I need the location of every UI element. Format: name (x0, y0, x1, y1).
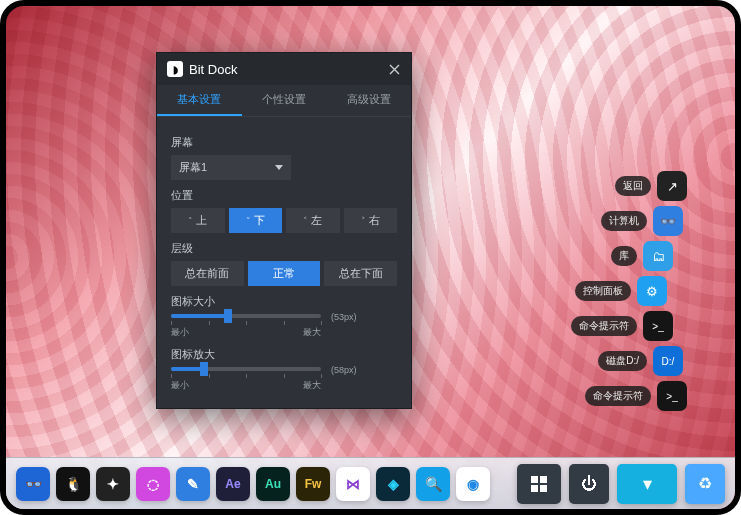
dock-app-diamond[interactable]: ◈ (376, 467, 410, 501)
window-title: Bit Dock (189, 62, 381, 77)
radial-menu: 返回↗计算机👓库🗂控制面板⚙命令提示符>_磁盘D:/D:/命令提示符>_ (585, 166, 687, 416)
icon-zoom-slider[interactable]: (58px) 最小 最大 (171, 367, 397, 392)
radial-label: 命令提示符 (571, 316, 637, 336)
icon-zoom-min: 最小 (171, 379, 189, 392)
dock-app-1[interactable]: 👓 (16, 467, 50, 501)
chevron-down-icon (275, 165, 283, 170)
tabs: 基本设置 个性设置 高级设置 (157, 85, 411, 117)
screen-dropdown[interactable]: 屏幕1 (171, 155, 291, 180)
dock-app-4[interactable]: ◌ (136, 467, 170, 501)
screen-value: 屏幕1 (179, 160, 207, 175)
dock-eye[interactable]: ◉ (456, 467, 490, 501)
pos-left[interactable]: ˂左 (286, 208, 340, 233)
dock-app-5[interactable]: ✎ (176, 467, 210, 501)
icon-size-min: 最小 (171, 326, 189, 339)
dock-app-2[interactable]: 🐧 (56, 467, 90, 501)
layer-label: 层级 (171, 241, 397, 256)
svg-rect-1 (540, 476, 547, 483)
layer-segment: 总在前面 正常 总在下面 (171, 261, 397, 286)
radial-label: 计算机 (601, 211, 647, 231)
radial-label: 控制面板 (575, 281, 631, 301)
icon-zoom-max: 最大 (303, 379, 321, 392)
dock: 👓🐧✦◌✎AeAuFw⋈◈🔍◉ ⏻▾♻ (6, 457, 735, 509)
dock-fireworks[interactable]: Fw (296, 467, 330, 501)
chevron-up-icon: ˄ (188, 216, 193, 226)
dock-show-desktop[interactable]: ▾ (617, 464, 677, 504)
settings-window: ◗ Bit Dock 基本设置 个性设置 高级设置 屏幕 屏幕1 位置 ˄上 ˅… (156, 52, 412, 409)
icon-zoom-label: 图标放大 (171, 347, 397, 362)
icon-size-slider[interactable]: (53px) 最小 最大 (171, 314, 397, 339)
app-logo-icon: ◗ (167, 61, 183, 77)
radial-item-5[interactable]: 磁盘D:/D:/ (581, 346, 683, 376)
position-segment: ˄上 ˅下 ˂左 ˃右 (171, 208, 397, 233)
pos-up[interactable]: ˄上 (171, 208, 225, 233)
term-icon: >_ (643, 311, 673, 341)
term-icon: >_ (657, 381, 687, 411)
radial-item-2[interactable]: 库🗂 (571, 241, 673, 271)
pos-down[interactable]: ˅下 (229, 208, 283, 233)
dock-app-3[interactable]: ✦ (96, 467, 130, 501)
tab-personal[interactable]: 个性设置 (242, 85, 327, 116)
share-icon: ↗ (657, 171, 687, 201)
tab-advanced[interactable]: 高级设置 (326, 85, 411, 116)
radial-label: 返回 (615, 176, 651, 196)
icon-zoom-value: (58px) (331, 365, 357, 375)
layer-front[interactable]: 总在前面 (171, 261, 244, 286)
radial-item-1[interactable]: 计算机👓 (581, 206, 683, 236)
d-icon: D:/ (653, 346, 683, 376)
glasses-icon: 👓 (653, 206, 683, 236)
dock-audition[interactable]: Au (256, 467, 290, 501)
pos-right[interactable]: ˃右 (344, 208, 398, 233)
gear-icon: ⚙ (637, 276, 667, 306)
icon-size-value: (53px) (331, 312, 357, 322)
titlebar[interactable]: ◗ Bit Dock (157, 53, 411, 85)
chevron-right-icon: ˃ (361, 216, 366, 226)
chevron-left-icon: ˂ (303, 216, 308, 226)
tab-basic[interactable]: 基本设置 (157, 85, 242, 116)
radial-item-4[interactable]: 命令提示符>_ (571, 311, 673, 341)
dock-left-group: 👓🐧✦◌✎AeAuFw⋈◈🔍◉ (16, 467, 490, 501)
dock-visualstudio[interactable]: ⋈ (336, 467, 370, 501)
desktop: ◗ Bit Dock 基本设置 个性设置 高级设置 屏幕 屏幕1 位置 ˄上 ˅… (0, 0, 741, 515)
radial-label: 库 (611, 246, 637, 266)
radial-item-0[interactable]: 返回↗ (585, 171, 687, 201)
radial-item-6[interactable]: 命令提示符>_ (585, 381, 687, 411)
folder-icon: 🗂 (643, 241, 673, 271)
svg-rect-0 (531, 476, 538, 483)
position-label: 位置 (171, 188, 397, 203)
icon-size-max: 最大 (303, 326, 321, 339)
icon-size-label: 图标大小 (171, 294, 397, 309)
dock-power[interactable]: ⏻ (569, 464, 609, 504)
dock-aftereffects[interactable]: Ae (216, 467, 250, 501)
dock-right-group: ⏻▾♻ (517, 464, 725, 504)
dock-start[interactable] (517, 464, 561, 504)
settings-body: 屏幕 屏幕1 位置 ˄上 ˅下 ˂左 ˃右 层级 总在前面 正常 总在下面 图标… (157, 117, 411, 408)
close-icon[interactable] (387, 62, 401, 76)
screen-label: 屏幕 (171, 135, 397, 150)
dock-search[interactable]: 🔍 (416, 467, 450, 501)
radial-label: 磁盘D:/ (598, 351, 647, 371)
svg-rect-2 (531, 485, 538, 492)
layer-back[interactable]: 总在下面 (324, 261, 397, 286)
radial-label: 命令提示符 (585, 386, 651, 406)
layer-normal[interactable]: 正常 (248, 261, 321, 286)
svg-rect-3 (540, 485, 547, 492)
radial-item-3[interactable]: 控制面板⚙ (565, 276, 667, 306)
chevron-down-icon: ˅ (246, 216, 251, 226)
dock-recycle[interactable]: ♻ (685, 464, 725, 504)
